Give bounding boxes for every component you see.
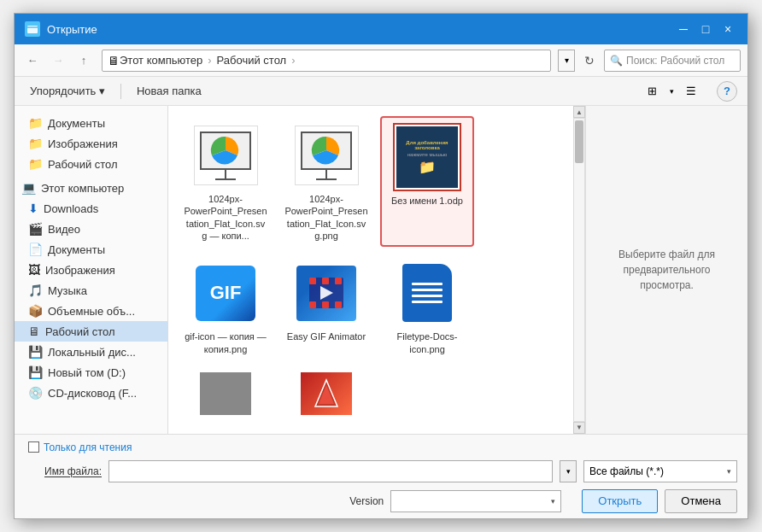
video-label: Easy GIF Animator bbox=[287, 330, 366, 342]
images-icon: 📁 bbox=[28, 137, 43, 150]
svg-rect-4 bbox=[309, 278, 316, 284]
file-item-ppt2[interactable]: 1024px-PowerPoint_Presentation_Flat_Icon… bbox=[279, 116, 373, 247]
sidebar-favorites: 📁 Документы 📁 Изображения 📁 Рабочий стол bbox=[15, 111, 167, 176]
file-item-unknown2[interactable] bbox=[279, 367, 373, 424]
docs-line2 bbox=[412, 289, 443, 291]
up-button[interactable]: ↑ bbox=[73, 50, 95, 72]
filetype-dropdown[interactable]: Все файлы (*.*) ▾ bbox=[583, 460, 737, 482]
organize-button[interactable]: Упорядочить ▾ bbox=[25, 83, 110, 99]
sidebar-item-this-computer[interactable]: 💻 Этот компьютер bbox=[15, 178, 167, 198]
ppt1-label: 1024px-PowerPoint_Presentation_Flat_Icon… bbox=[184, 193, 267, 242]
ppt1-icon bbox=[194, 126, 258, 185]
preview-text: Выберите файл для предварительного просм… bbox=[596, 247, 737, 293]
sidebar-computer-label: Этот компьютер bbox=[41, 182, 124, 195]
minimize-button[interactable]: ─ bbox=[674, 20, 693, 38]
filename-input[interactable] bbox=[108, 460, 553, 482]
sidebar-item-documents[interactable]: 📁 Документы bbox=[15, 113, 167, 133]
sidebar-item-3d[interactable]: 📦 Объемные объ... bbox=[15, 301, 167, 321]
svg-rect-5 bbox=[322, 278, 329, 284]
film-svg bbox=[308, 276, 345, 310]
sidebar-item-music[interactable]: 🎵 Музыка bbox=[15, 280, 167, 301]
ppt1-thumb bbox=[191, 121, 260, 190]
docs-icon bbox=[402, 264, 452, 322]
view-dropdown-button[interactable]: ▾ bbox=[665, 81, 677, 102]
video-thumb bbox=[292, 259, 360, 327]
title-bar: Открытие ─ □ × bbox=[15, 14, 747, 44]
refresh-button[interactable]: ↻ bbox=[578, 50, 601, 72]
desktop-fav-icon: 📁 bbox=[28, 157, 43, 171]
sidebar-item-desktop-fav[interactable]: 📁 Рабочий стол bbox=[15, 154, 167, 174]
pie-chart2-svg bbox=[308, 132, 344, 168]
sidebar-item-local-disk[interactable]: 💾 Локальный дис... bbox=[15, 342, 167, 362]
readonly-label[interactable]: Только для чтения bbox=[28, 441, 132, 453]
toolbar: Упорядочить ▾ Новая папка ⊞ ▾ ☰ ? bbox=[15, 77, 747, 106]
sidebar-cd-label: CD-дисковод (F... bbox=[48, 387, 137, 400]
docs-line1 bbox=[412, 283, 443, 285]
cancel-button[interactable]: Отмена bbox=[665, 489, 737, 513]
search-bar[interactable]: 🔍 Поиск: Рабочий стол bbox=[604, 50, 741, 72]
file-item-video[interactable]: Easy GIF Animator bbox=[279, 254, 373, 360]
cd-icon: 💿 bbox=[28, 386, 43, 400]
details-view-button[interactable]: ☰ bbox=[679, 81, 703, 102]
images2-icon: 🖼 bbox=[28, 263, 40, 277]
documents-icon: 📁 bbox=[28, 116, 43, 130]
close-button[interactable]: × bbox=[718, 20, 737, 38]
unknown2-icon bbox=[301, 372, 352, 415]
readonly-row: Только для чтения bbox=[25, 441, 737, 453]
filetype-text: Все файлы (*.*) bbox=[589, 465, 664, 477]
search-icon: 🔍 bbox=[610, 55, 623, 67]
view-icon-button[interactable]: ⊞ bbox=[640, 81, 664, 102]
breadcrumb-dropdown[interactable]: ▾ bbox=[558, 50, 575, 72]
svg-rect-6 bbox=[335, 278, 342, 284]
version-row: Version ▾ Открыть Отмена bbox=[25, 489, 737, 513]
sidebar-item-new-volume[interactable]: 💾 Новый том (D:) bbox=[15, 362, 167, 383]
file-item-unknown1[interactable] bbox=[179, 367, 273, 424]
readonly-checkbox[interactable] bbox=[28, 441, 39, 453]
forward-button[interactable]: → bbox=[47, 50, 69, 72]
ppt-stand bbox=[225, 170, 226, 178]
svg-rect-8 bbox=[322, 301, 329, 308]
sidebar-item-desktop[interactable]: 🖥 Рабочий стол bbox=[15, 321, 167, 342]
back-button[interactable]: ← bbox=[21, 50, 44, 72]
sidebar-item-documents2[interactable]: 📄 Документы bbox=[15, 239, 167, 260]
file-item-ppt1[interactable]: 1024px-PowerPoint_Presentation_Flat_Icon… bbox=[179, 116, 273, 247]
sidebar-item-images[interactable]: 📁 Изображения bbox=[15, 133, 167, 154]
gif-label: gif-icon — копия — копия.png bbox=[184, 330, 267, 355]
sidebar-item-cd[interactable]: 💿 CD-дисковод (F... bbox=[15, 383, 167, 403]
scroll-up-arrow[interactable]: ▲ bbox=[573, 106, 585, 118]
scroll-down-arrow[interactable]: ▼ bbox=[573, 422, 585, 434]
breadcrumb-computer[interactable]: Этот компьютер bbox=[120, 54, 202, 67]
filename-dropdown[interactable]: ▾ bbox=[560, 460, 577, 482]
action-buttons: Открыть Отмена bbox=[582, 489, 737, 513]
file-scrollbar: ▲ ▼ bbox=[573, 106, 585, 434]
file-item-gif[interactable]: GIF gif-icon — копия — копия.png bbox=[179, 254, 273, 360]
sidebar-documents-label: Документы bbox=[48, 117, 105, 130]
readonly-text: Только для чтения bbox=[44, 441, 132, 453]
file-item-docs[interactable]: Filetype-Docs-icon.png bbox=[380, 254, 474, 360]
dialog-icon bbox=[25, 21, 40, 37]
sidebar-item-downloads[interactable]: ⬇ Downloads bbox=[15, 198, 167, 219]
video-icon bbox=[296, 266, 356, 321]
open-button[interactable]: Открыть bbox=[582, 489, 658, 513]
help-button[interactable]: ? bbox=[717, 81, 737, 102]
scroll-thumb bbox=[575, 120, 583, 163]
ppt-base bbox=[215, 178, 236, 180]
nav-bar: ← → ↑ 🖥 Этот компьютер › Рабочий стол › … bbox=[15, 44, 747, 77]
odp-label: Без имени 1.odp bbox=[391, 195, 463, 207]
version-select[interactable]: ▾ bbox=[390, 490, 561, 512]
sidebar-item-video[interactable]: 🎬 Видео bbox=[15, 219, 167, 239]
sidebar-item-images2[interactable]: 🖼 Изображения bbox=[15, 260, 167, 280]
breadcrumb-desktop[interactable]: Рабочий стол bbox=[217, 54, 287, 67]
maximize-button[interactable]: □ bbox=[696, 20, 715, 38]
unknown2-thumb bbox=[292, 372, 360, 415]
ppt2-stand bbox=[325, 170, 327, 178]
unknown1-thumb bbox=[191, 372, 260, 415]
new-folder-button[interactable]: Новая папка bbox=[132, 83, 207, 99]
scroll-track[interactable] bbox=[573, 118, 585, 422]
file-item-odp[interactable]: Для добавления заголовка нажмите мышью 📁… bbox=[380, 116, 474, 247]
ppt-screen bbox=[200, 132, 251, 170]
file-area: 1024px-PowerPoint_Presentation_Flat_Icon… bbox=[168, 106, 573, 434]
odp-preview: Для добавления заголовка нажмите мышью 📁 bbox=[396, 126, 458, 188]
ppt2-thumb bbox=[292, 121, 360, 190]
sidebar-music-label: Музыка bbox=[48, 284, 87, 297]
